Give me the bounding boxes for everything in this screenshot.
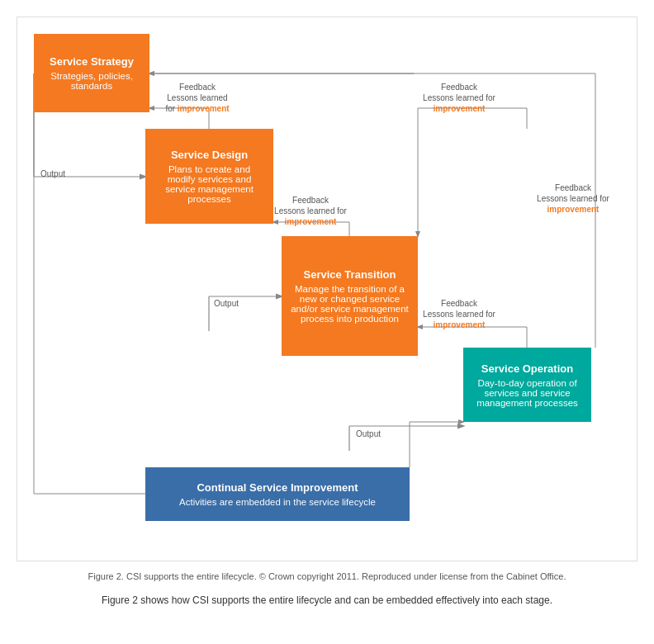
service-design-box: Service Design Plans to create and modif…: [145, 129, 273, 224]
design-title: Service Design: [171, 149, 248, 161]
design-body: Plans to create and modify services and …: [154, 164, 265, 204]
csi-body: Activities are embedded in the service l…: [179, 497, 376, 507]
feedback-label-2: FeedbackLessons learned for improvement: [422, 82, 496, 114]
csi-box: Continual Service Improvement Activities…: [145, 467, 410, 521]
diagram-container: Service Strategy Strategies, policies, s…: [17, 17, 637, 561]
transition-body: Manage the transition of a new or change…: [290, 284, 410, 324]
output-label-1: Output: [40, 168, 65, 179]
strategy-body: Strategies, policies, standards: [42, 71, 141, 91]
operation-title: Service Operation: [481, 362, 573, 375]
feedback-label-1: FeedbackLessons learned for improvement: [164, 82, 230, 114]
operation-body: Day-to-day operation of services and ser…: [472, 378, 583, 408]
service-strategy-box: Service Strategy Strategies, policies, s…: [34, 34, 149, 112]
feedback-label-4: FeedbackLessons learned for improvement: [422, 298, 496, 330]
service-operation-box: Service Operation Day-to-day operation o…: [463, 348, 591, 422]
feedback-label-3: FeedbackLessons learned for improvement: [273, 195, 348, 227]
figure-caption: Figure 2. CSI supports the entire lifecy…: [17, 571, 637, 581]
transition-title: Service Transition: [304, 268, 396, 281]
service-transition-box: Service Transition Manage the transition…: [282, 236, 418, 356]
output-label-2: Output: [214, 298, 239, 309]
body-text: Figure 2 shows how CSI supports the enti…: [17, 594, 637, 606]
csi-title: Continual Service Improvement: [197, 481, 358, 494]
strategy-title: Service Strategy: [50, 55, 134, 68]
feedback-label-5: FeedbackLessons learned for improvement: [536, 182, 610, 215]
output-label-3: Output: [356, 429, 381, 439]
